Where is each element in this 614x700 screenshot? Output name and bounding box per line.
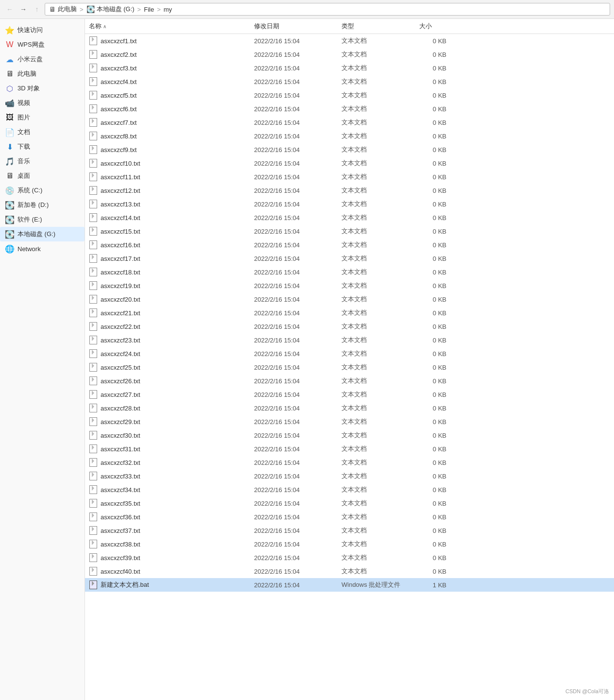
table-row[interactable]: asxcxzcf14.txt 2022/2/16 15:04 文本文档 0 KB (85, 211, 614, 224)
sidebar-item-video[interactable]: 📹 视频 (0, 96, 85, 110)
file-name: asxcxzcf1.txt (101, 37, 136, 45)
file-icon (89, 213, 98, 222)
file-name: asxcxzcf23.txt (101, 337, 140, 344)
file-size-cell: 0 KB (415, 417, 454, 427)
file-name-cell: asxcxzcf31.txt (85, 444, 250, 454)
table-row[interactable]: asxcxzcf33.txt 2022/2/16 15:04 文本文档 0 KB (85, 469, 614, 483)
txt-file-icon (89, 472, 97, 480)
table-row[interactable]: asxcxzcf39.txt 2022/2/16 15:04 文本文档 0 KB (85, 551, 614, 564)
file-type-cell: 文本文档 (338, 117, 415, 128)
file-date-cell: 2022/2/16 15:04 (250, 526, 338, 535)
sidebar-item-pictures[interactable]: 🖼 图片 (0, 110, 85, 125)
col-header-type[interactable]: 类型 (338, 21, 415, 32)
sidebar-item-drive-c[interactable]: 💿 系统 (C:) (0, 183, 85, 198)
table-row[interactable]: asxcxzcf7.txt 2022/2/16 15:04 文本文档 0 KB (85, 116, 614, 129)
file-date-cell: 2022/2/16 15:04 (250, 104, 338, 114)
table-row[interactable]: asxcxzcf2.txt 2022/2/16 15:04 文本文档 0 KB (85, 48, 614, 61)
sidebar-item-this-pc[interactable]: 🖥 此电脑 (0, 67, 85, 81)
table-row[interactable]: asxcxzcf10.txt 2022/2/16 15:04 文本文档 0 KB (85, 156, 614, 170)
table-row[interactable]: asxcxzcf5.txt 2022/2/16 15:04 文本文档 0 KB (85, 88, 614, 102)
file-icon (89, 336, 98, 344)
sidebar-item-documents[interactable]: 📄 文档 (0, 125, 85, 139)
address-bar[interactable]: 🖥 此电脑 > 💽 本地磁盘 (G:) > File > my (45, 3, 610, 16)
col-header-date[interactable]: 修改日期 (250, 21, 338, 32)
table-row[interactable]: asxcxzcf32.txt 2022/2/16 15:04 文本文档 0 KB (85, 456, 614, 469)
forward-button[interactable]: → (17, 3, 29, 15)
file-icon (89, 159, 98, 168)
table-row[interactable]: asxcxzcf16.txt 2022/2/16 15:04 文本文档 0 KB (85, 238, 614, 252)
txt-file-icon (89, 485, 97, 494)
sidebar-item-network[interactable]: 🌐 Network (0, 241, 85, 256)
table-row[interactable]: asxcxzcf23.txt 2022/2/16 15:04 文本文档 0 KB (85, 333, 614, 347)
table-row[interactable]: asxcxzcf38.txt 2022/2/16 15:04 文本文档 0 KB (85, 537, 614, 551)
txt-file-icon (89, 512, 97, 521)
table-row[interactable]: asxcxzcf22.txt 2022/2/16 15:04 文本文档 0 KB (85, 320, 614, 333)
table-row[interactable]: asxcxzcf17.txt 2022/2/16 15:04 文本文档 0 KB (85, 252, 614, 265)
table-row[interactable]: asxcxzcf12.txt 2022/2/16 15:04 文本文档 0 KB (85, 184, 614, 197)
table-row[interactable]: asxcxzcf19.txt 2022/2/16 15:04 文本文档 0 KB (85, 279, 614, 292)
file-icon (89, 444, 98, 453)
file-icon (89, 349, 98, 358)
table-row[interactable]: asxcxzcf37.txt 2022/2/16 15:04 文本文档 0 KB (85, 524, 614, 537)
sidebar-item-desktop[interactable]: 🖥 桌面 (0, 169, 85, 183)
file-date-cell: 2022/2/16 15:04 (250, 308, 338, 318)
sidebar-item-xiaomi[interactable]: ☁ 小米云盘 (0, 52, 85, 67)
up-button[interactable]: ↑ (31, 3, 43, 15)
file-date-cell: 2022/2/16 15:04 (250, 36, 338, 46)
file-date-cell: 2022/2/16 15:04 (250, 472, 338, 481)
col-header-name[interactable]: 名称 ∧ (85, 21, 250, 32)
table-row[interactable]: 新建文本文档.bat 2022/2/16 15:04 Windows 批处理文件… (85, 578, 614, 592)
col-header-size[interactable]: 大小 (415, 21, 454, 32)
table-row[interactable]: asxcxzcf25.txt 2022/2/16 15:04 文本文档 0 KB (85, 360, 614, 374)
table-row[interactable]: asxcxzcf31.txt 2022/2/16 15:04 文本文档 0 KB (85, 442, 614, 456)
sidebar-item-drive-g[interactable]: 💽 本地磁盘 (G:) (0, 227, 85, 241)
table-row[interactable]: asxcxzcf8.txt 2022/2/16 15:04 文本文档 0 KB (85, 129, 614, 143)
table-row[interactable]: asxcxzcf6.txt 2022/2/16 15:04 文本文档 0 KB (85, 102, 614, 116)
table-row[interactable]: asxcxzcf40.txt 2022/2/16 15:04 文本文档 0 KB (85, 564, 614, 578)
sidebar-item-3d[interactable]: ⬡ 3D 对象 (0, 81, 85, 96)
file-type-cell: 文本文档 (338, 457, 415, 468)
address-sep2: > (137, 6, 141, 13)
txt-file-icon (89, 50, 97, 59)
file-size-cell: 0 KB (415, 132, 454, 141)
table-row[interactable]: asxcxzcf29.txt 2022/2/16 15:04 文本文档 0 KB (85, 415, 614, 428)
table-row[interactable]: asxcxzcf9.txt 2022/2/16 15:04 文本文档 0 KB (85, 143, 614, 156)
sidebar-item-drive-e[interactable]: 💽 软件 (E:) (0, 212, 85, 227)
table-row[interactable]: asxcxzcf4.txt 2022/2/16 15:04 文本文档 0 KB (85, 75, 614, 88)
file-type-cell: 文本文档 (338, 253, 415, 264)
table-row[interactable]: asxcxzcf18.txt 2022/2/16 15:04 文本文档 0 KB (85, 265, 614, 279)
file-icon (89, 485, 98, 494)
table-row[interactable]: asxcxzcf15.txt 2022/2/16 15:04 文本文档 0 KB (85, 224, 614, 238)
back-button[interactable]: ← (4, 3, 16, 15)
sidebar-item-drive-d[interactable]: 💽 新加卷 (D:) (0, 198, 85, 212)
table-row[interactable]: asxcxzcf35.txt 2022/2/16 15:04 文本文档 0 KB (85, 496, 614, 510)
file-type-cell: 文本文档 (338, 76, 415, 87)
table-row[interactable]: asxcxzcf20.txt 2022/2/16 15:04 文本文档 0 KB (85, 292, 614, 306)
txt-file-icon (89, 91, 97, 100)
file-name-cell: asxcxzcf18.txt (85, 267, 250, 277)
sidebar-item-wps[interactable]: W WPS网盘 (0, 37, 85, 52)
table-row[interactable]: asxcxzcf3.txt 2022/2/16 15:04 文本文档 0 KB (85, 61, 614, 75)
file-type-cell: 文本文档 (338, 131, 415, 141)
table-row[interactable]: asxcxzcf30.txt 2022/2/16 15:04 文本文档 0 KB (85, 428, 614, 442)
table-row[interactable]: asxcxzcf21.txt 2022/2/16 15:04 文本文档 0 KB (85, 306, 614, 320)
address-sep1: > (80, 6, 84, 13)
table-row[interactable]: asxcxzcf27.txt 2022/2/16 15:04 文本文档 0 KB (85, 388, 614, 401)
table-row[interactable]: asxcxzcf34.txt 2022/2/16 15:04 文本文档 0 KB (85, 483, 614, 496)
sidebar-item-music[interactable]: 🎵 音乐 (0, 154, 85, 169)
table-row[interactable]: asxcxzcf11.txt 2022/2/16 15:04 文本文档 0 KB (85, 170, 614, 184)
file-icon (89, 526, 98, 535)
sidebar-item-downloads[interactable]: ⬇ 下载 (0, 139, 85, 154)
table-row[interactable]: asxcxzcf26.txt 2022/2/16 15:04 文本文档 0 KB (85, 374, 614, 388)
file-name-cell: asxcxzcf26.txt (85, 376, 250, 386)
table-row[interactable]: asxcxzcf36.txt 2022/2/16 15:04 文本文档 0 KB (85, 510, 614, 524)
file-size-cell: 0 KB (415, 472, 454, 481)
file-type-cell: 文本文档 (338, 498, 415, 509)
table-row[interactable]: asxcxzcf13.txt 2022/2/16 15:04 文本文档 0 KB (85, 197, 614, 211)
sidebar-item-quick-access[interactable]: ⭐ 快速访问 (0, 23, 85, 37)
table-row[interactable]: asxcxzcf1.txt 2022/2/16 15:04 文本文档 0 KB (85, 34, 614, 48)
table-row[interactable]: asxcxzcf24.txt 2022/2/16 15:04 文本文档 0 KB (85, 347, 614, 360)
table-row[interactable]: asxcxzcf28.txt 2022/2/16 15:04 文本文档 0 KB (85, 401, 614, 415)
file-name: asxcxzcf5.txt (101, 92, 136, 99)
txt-file-icon (89, 417, 97, 426)
